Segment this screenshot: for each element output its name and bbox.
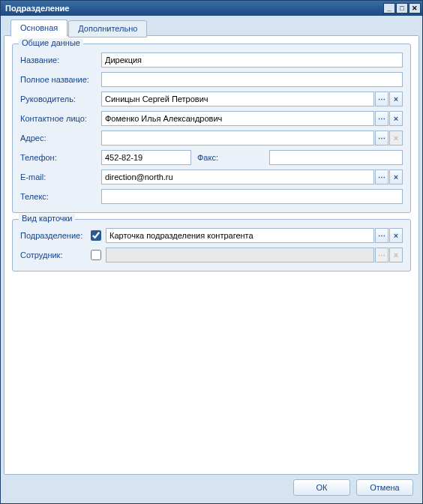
row-address: Адрес: ⋯ × [20, 130, 403, 146]
emp-input [106, 248, 374, 262]
row-emp: Сотрудник: ⋯ × [20, 247, 403, 263]
dept-browse-icon[interactable]: ⋯ [375, 228, 388, 243]
ok-button[interactable]: ОК [293, 479, 350, 496]
client-area: Основная Дополнительно Общие данные Назв… [1, 16, 422, 503]
row-dept: Подразделение: ⋯ × [20, 227, 403, 244]
label-phone: Телефон: [20, 153, 101, 162]
label-email: E-mail: [20, 172, 101, 182]
row-full-name: Полное название: [20, 71, 403, 88]
email-input[interactable] [101, 170, 374, 184]
label-telex: Телекс: [20, 192, 101, 201]
cancel-button[interactable]: Отмена [356, 479, 413, 496]
row-contact: Контактное лицо: ⋯ × [20, 110, 403, 127]
label-emp: Сотрудник: [20, 250, 88, 260]
tab-wrapper: Основная Дополнительно Общие данные Назв… [4, 35, 419, 475]
address-clear-icon: × [389, 130, 403, 146]
label-address: Адрес: [20, 134, 101, 142]
contact-lookup: ⋯ × [101, 111, 403, 126]
email-lookup: ⋯ × [101, 170, 403, 184]
general-fieldset: Общие данные Название: Полное название: … [12, 44, 411, 213]
dept-lookup: ⋯ × [106, 228, 403, 243]
name-input[interactable] [101, 52, 403, 68]
contact-input[interactable] [101, 111, 374, 126]
address-lookup: ⋯ × [101, 130, 403, 146]
fax-input[interactable] [269, 150, 403, 165]
row-phone: Телефон: Факс: [20, 149, 403, 166]
close-button[interactable]: ✕ [409, 3, 421, 14]
contact-browse-icon[interactable]: ⋯ [375, 111, 388, 126]
contact-clear-icon[interactable]: × [389, 111, 403, 126]
dept-clear-icon[interactable]: × [389, 228, 403, 243]
window-buttons: _ □ ✕ [382, 3, 421, 14]
card-fieldset: Вид карточки Подразделение: ⋯ × [12, 219, 411, 272]
manager-lookup: ⋯ × [101, 92, 403, 106]
emp-clear-icon: × [389, 248, 403, 262]
department-dialog: Подразделение _ □ ✕ Основная Дополнитель… [0, 0, 423, 504]
tab-panel: Основная Дополнительно Общие данные Назв… [4, 35, 419, 475]
maximize-button[interactable]: □ [396, 3, 408, 14]
email-clear-icon[interactable]: × [389, 170, 403, 184]
card-legend: Вид карточки [19, 214, 75, 223]
address-input[interactable] [101, 130, 374, 146]
titlebar[interactable]: Подразделение _ □ ✕ [1, 1, 422, 16]
dept-input[interactable] [106, 228, 374, 243]
telex-input[interactable] [101, 189, 403, 204]
label-contact: Контактное лицо: [20, 114, 101, 123]
manager-input[interactable] [101, 92, 374, 106]
label-manager: Руководитель: [20, 94, 101, 104]
dept-checkbox[interactable] [91, 230, 101, 241]
label-full-name: Полное название: [20, 75, 101, 84]
window-title: Подразделение [5, 4, 382, 13]
emp-checkbox[interactable] [91, 250, 101, 260]
row-name: Название: [20, 52, 403, 68]
tab-main[interactable]: Основная [10, 20, 68, 37]
minimize-button[interactable]: _ [383, 3, 395, 14]
row-email: E-mail: ⋯ × [20, 169, 403, 185]
row-manager: Руководитель: ⋯ × [20, 91, 403, 107]
full-name-input[interactable] [101, 72, 403, 87]
label-name: Название: [20, 56, 101, 64]
manager-browse-icon[interactable]: ⋯ [375, 92, 388, 106]
manager-clear-icon[interactable]: × [389, 92, 403, 106]
label-fax: Факс: [191, 153, 269, 162]
label-dept: Подразделение: [20, 231, 88, 240]
email-browse-icon[interactable]: ⋯ [375, 170, 388, 184]
tab-strip: Основная Дополнительно [10, 20, 148, 37]
footer: ОК Отмена [4, 475, 419, 500]
phone-input[interactable] [101, 150, 191, 165]
general-legend: Общие данные [19, 38, 83, 47]
emp-browse-icon: ⋯ [375, 248, 388, 262]
address-browse-icon[interactable]: ⋯ [375, 130, 388, 146]
row-telex: Телекс: [20, 188, 403, 205]
tab-extra[interactable]: Дополнительно [68, 20, 147, 38]
emp-lookup: ⋯ × [106, 248, 403, 262]
